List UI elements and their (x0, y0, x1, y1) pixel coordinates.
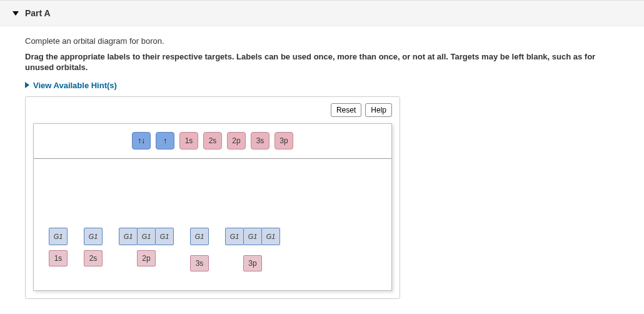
label-slot-3p[interactable]: 3p (243, 255, 262, 271)
group-3s: G1 3s (190, 228, 209, 266)
group-3p: G1 G1 G1 3p (225, 228, 280, 266)
orbital-slot[interactable]: G1 (190, 228, 209, 245)
slots-2s: G1 (84, 228, 103, 245)
orbital-slot[interactable]: G1 (119, 228, 138, 245)
slots-3s: G1 (190, 228, 209, 245)
drag-canvas: ↑↓ ↑ 1s 2s 2p 3s 3p G1 1s (33, 123, 392, 291)
slots-1s: G1 (49, 228, 68, 245)
orbital-slot[interactable]: G1 (155, 228, 174, 245)
instruction-text-1: Complete an orbital diagram for boron. (25, 36, 619, 46)
chip-arrows-updown[interactable]: ↑↓ (132, 132, 151, 149)
chip-3s[interactable]: 3s (251, 132, 269, 149)
reset-button[interactable]: Reset (331, 103, 361, 117)
chip-3p[interactable]: 3p (274, 132, 293, 149)
instruction-text-2: Drag the appropriate labels to their res… (25, 52, 619, 73)
chip-2p[interactable]: 2p (227, 132, 246, 149)
label-slot-3s[interactable]: 3s (190, 255, 209, 271)
drop-stage: G1 1s G1 2s G1 G1 G1 (34, 159, 391, 290)
help-button[interactable]: Help (365, 103, 392, 117)
orbital-slot[interactable]: G1 (137, 228, 156, 245)
orbital-slot[interactable]: G1 (225, 228, 244, 245)
workspace-panel: Reset Help ↑↓ ↑ 1s 2s 2p 3s 3p G1 (25, 96, 400, 299)
view-hints-link[interactable]: View Available Hint(s) (25, 81, 619, 90)
orbital-slot[interactable]: G1 (243, 228, 262, 245)
orbital-slot[interactable]: G1 (261, 228, 280, 245)
label-palette: ↑↓ ↑ 1s 2s 2p 3s 3p (34, 124, 391, 159)
group-2s: G1 2s (84, 228, 103, 266)
label-slot-2s[interactable]: 2s (84, 250, 103, 266)
caret-right-icon (25, 82, 29, 88)
content-area: Complete an orbital diagram for boron. D… (0, 26, 644, 311)
part-header[interactable]: Part A (0, 0, 644, 26)
part-title: Part A (25, 8, 51, 18)
slots-2p: G1 G1 G1 (119, 228, 174, 245)
group-1s: G1 1s (49, 228, 68, 266)
chip-2s[interactable]: 2s (203, 132, 222, 149)
group-2p: G1 G1 G1 2p (119, 228, 174, 266)
label-slot-1s[interactable]: 1s (49, 250, 68, 266)
label-slot-2p[interactable]: 2p (137, 250, 156, 266)
orbital-groups: G1 1s G1 2s G1 G1 G1 (34, 228, 391, 266)
workspace-toolbar: Reset Help (26, 97, 400, 123)
chip-1s[interactable]: 1s (179, 132, 198, 149)
orbital-slot[interactable]: G1 (84, 228, 103, 245)
slots-3p: G1 G1 G1 (225, 228, 280, 245)
orbital-slot[interactable]: G1 (49, 228, 68, 245)
chip-arrow-up[interactable]: ↑ (156, 132, 174, 149)
caret-down-icon (13, 11, 19, 16)
view-hints-label: View Available Hint(s) (33, 81, 117, 90)
